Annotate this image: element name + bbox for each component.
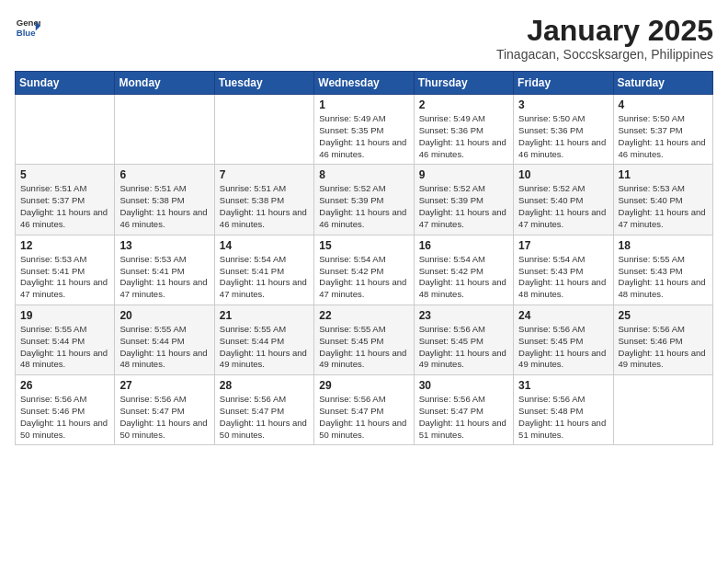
weekday-header-monday: Monday [115, 72, 214, 95]
day-number: 9 [419, 168, 508, 181]
calendar-cell: 12Sunrise: 5:53 AM Sunset: 5:41 PM Dayli… [16, 235, 115, 304]
weekday-header-saturday: Saturday [613, 72, 712, 95]
calendar-week-4: 19Sunrise: 5:55 AM Sunset: 5:44 PM Dayli… [16, 304, 713, 374]
day-info: Sunrise: 5:49 AM Sunset: 5:36 PM Dayligh… [419, 113, 508, 160]
day-info: Sunrise: 5:53 AM Sunset: 5:41 PM Dayligh… [20, 254, 109, 301]
day-number: 24 [518, 309, 608, 322]
day-number: 28 [220, 379, 309, 392]
calendar-cell: 16Sunrise: 5:54 AM Sunset: 5:42 PM Dayli… [414, 235, 513, 304]
calendar-cell: 28Sunrise: 5:56 AM Sunset: 5:47 PM Dayli… [214, 375, 313, 445]
calendar-cell: 24Sunrise: 5:56 AM Sunset: 5:45 PM Dayli… [514, 304, 613, 374]
day-info: Sunrise: 5:52 AM Sunset: 5:39 PM Dayligh… [319, 183, 408, 230]
day-info: Sunrise: 5:55 AM Sunset: 5:44 PM Dayligh… [119, 324, 209, 371]
calendar-cell: 25Sunrise: 5:56 AM Sunset: 5:46 PM Dayli… [613, 304, 712, 374]
calendar-cell: 17Sunrise: 5:54 AM Sunset: 5:43 PM Dayli… [514, 235, 613, 304]
calendar-cell: 7Sunrise: 5:51 AM Sunset: 5:38 PM Daylig… [214, 165, 313, 235]
calendar-cell: 13Sunrise: 5:53 AM Sunset: 5:41 PM Dayli… [115, 235, 214, 304]
title-block: January 2025 Tinagacan, Soccsksargen, Ph… [496, 15, 713, 62]
calendar-cell: 23Sunrise: 5:56 AM Sunset: 5:45 PM Dayli… [414, 304, 513, 374]
day-info: Sunrise: 5:52 AM Sunset: 5:39 PM Dayligh… [419, 183, 508, 230]
day-number: 1 [319, 98, 408, 111]
calendar-cell: 9Sunrise: 5:52 AM Sunset: 5:39 PM Daylig… [414, 165, 513, 235]
calendar-cell: 27Sunrise: 5:56 AM Sunset: 5:47 PM Dayli… [115, 375, 214, 445]
day-info: Sunrise: 5:51 AM Sunset: 5:38 PM Dayligh… [119, 183, 209, 230]
day-info: Sunrise: 5:56 AM Sunset: 5:47 PM Dayligh… [319, 394, 408, 441]
day-info: Sunrise: 5:49 AM Sunset: 5:35 PM Dayligh… [319, 113, 408, 160]
calendar-cell [214, 95, 313, 165]
day-number: 16 [419, 239, 508, 252]
calendar-cell: 21Sunrise: 5:55 AM Sunset: 5:44 PM Dayli… [214, 304, 313, 374]
weekday-header-friday: Friday [514, 72, 613, 95]
day-info: Sunrise: 5:54 AM Sunset: 5:42 PM Dayligh… [419, 254, 508, 301]
calendar-cell: 18Sunrise: 5:55 AM Sunset: 5:43 PM Dayli… [613, 235, 712, 304]
day-number: 10 [518, 168, 608, 181]
day-info: Sunrise: 5:56 AM Sunset: 5:47 PM Dayligh… [220, 394, 309, 441]
day-info: Sunrise: 5:55 AM Sunset: 5:44 PM Dayligh… [220, 324, 309, 371]
day-info: Sunrise: 5:56 AM Sunset: 5:47 PM Dayligh… [419, 394, 508, 441]
calendar-cell: 6Sunrise: 5:51 AM Sunset: 5:38 PM Daylig… [115, 165, 214, 235]
weekday-header-row: SundayMondayTuesdayWednesdayThursdayFrid… [16, 72, 713, 95]
location-title: Tinagacan, Soccsksargen, Philippines [496, 47, 713, 62]
day-info: Sunrise: 5:54 AM Sunset: 5:43 PM Dayligh… [518, 254, 608, 301]
day-info: Sunrise: 5:55 AM Sunset: 5:44 PM Dayligh… [20, 324, 109, 371]
calendar-cell: 10Sunrise: 5:52 AM Sunset: 5:40 PM Dayli… [514, 165, 613, 235]
calendar-cell: 15Sunrise: 5:54 AM Sunset: 5:42 PM Dayli… [314, 235, 414, 304]
weekday-header-tuesday: Tuesday [214, 72, 313, 95]
logo: General Blue [15, 15, 40, 40]
day-number: 20 [119, 309, 209, 322]
calendar-cell: 19Sunrise: 5:55 AM Sunset: 5:44 PM Dayli… [16, 304, 115, 374]
day-info: Sunrise: 5:56 AM Sunset: 5:48 PM Dayligh… [518, 394, 608, 441]
day-number: 21 [220, 309, 309, 322]
day-info: Sunrise: 5:56 AM Sunset: 5:47 PM Dayligh… [119, 394, 209, 441]
day-number: 3 [518, 98, 608, 111]
day-number: 29 [319, 379, 408, 392]
day-info: Sunrise: 5:56 AM Sunset: 5:46 PM Dayligh… [619, 324, 708, 371]
day-number: 13 [119, 239, 209, 252]
svg-text:Blue: Blue [17, 28, 36, 38]
day-number: 6 [119, 168, 209, 181]
day-info: Sunrise: 5:55 AM Sunset: 5:43 PM Dayligh… [619, 254, 708, 301]
day-number: 4 [619, 98, 708, 111]
day-info: Sunrise: 5:50 AM Sunset: 5:36 PM Dayligh… [518, 113, 608, 160]
day-info: Sunrise: 5:50 AM Sunset: 5:37 PM Dayligh… [619, 113, 708, 160]
day-info: Sunrise: 5:56 AM Sunset: 5:45 PM Dayligh… [419, 324, 508, 371]
day-number: 11 [619, 168, 708, 181]
day-number: 23 [419, 309, 508, 322]
calendar-cell: 2Sunrise: 5:49 AM Sunset: 5:36 PM Daylig… [414, 95, 513, 165]
day-number: 12 [20, 239, 109, 252]
page-header: General Blue January 2025 Tinagacan, Soc… [15, 15, 713, 62]
day-info: Sunrise: 5:51 AM Sunset: 5:38 PM Dayligh… [220, 183, 309, 230]
calendar-cell: 5Sunrise: 5:51 AM Sunset: 5:37 PM Daylig… [16, 165, 115, 235]
calendar-cell: 22Sunrise: 5:55 AM Sunset: 5:45 PM Dayli… [314, 304, 414, 374]
calendar-table: SundayMondayTuesdayWednesdayThursdayFrid… [15, 71, 713, 445]
day-number: 15 [319, 239, 408, 252]
day-number: 5 [20, 168, 109, 181]
calendar-cell: 4Sunrise: 5:50 AM Sunset: 5:37 PM Daylig… [613, 95, 712, 165]
calendar-cell: 26Sunrise: 5:56 AM Sunset: 5:46 PM Dayli… [16, 375, 115, 445]
calendar-cell: 29Sunrise: 5:56 AM Sunset: 5:47 PM Dayli… [314, 375, 414, 445]
day-number: 19 [20, 309, 109, 322]
calendar-cell [16, 95, 115, 165]
weekday-header-sunday: Sunday [16, 72, 115, 95]
day-info: Sunrise: 5:55 AM Sunset: 5:45 PM Dayligh… [319, 324, 408, 371]
day-info: Sunrise: 5:52 AM Sunset: 5:40 PM Dayligh… [518, 183, 608, 230]
calendar-week-5: 26Sunrise: 5:56 AM Sunset: 5:46 PM Dayli… [16, 375, 713, 445]
calendar-week-3: 12Sunrise: 5:53 AM Sunset: 5:41 PM Dayli… [16, 235, 713, 304]
day-number: 8 [319, 168, 408, 181]
calendar-cell [613, 375, 712, 445]
calendar-cell: 30Sunrise: 5:56 AM Sunset: 5:47 PM Dayli… [414, 375, 513, 445]
day-number: 26 [20, 379, 109, 392]
day-number: 14 [220, 239, 309, 252]
day-info: Sunrise: 5:54 AM Sunset: 5:41 PM Dayligh… [220, 254, 309, 301]
day-info: Sunrise: 5:53 AM Sunset: 5:41 PM Dayligh… [119, 254, 209, 301]
weekday-header-thursday: Thursday [414, 72, 513, 95]
day-number: 27 [119, 379, 209, 392]
calendar-week-2: 5Sunrise: 5:51 AM Sunset: 5:37 PM Daylig… [16, 165, 713, 235]
day-number: 17 [518, 239, 608, 252]
month-title: January 2025 [496, 15, 713, 47]
calendar-cell: 20Sunrise: 5:55 AM Sunset: 5:44 PM Dayli… [115, 304, 214, 374]
day-number: 7 [220, 168, 309, 181]
calendar-cell: 11Sunrise: 5:53 AM Sunset: 5:40 PM Dayli… [613, 165, 712, 235]
day-number: 25 [619, 309, 708, 322]
day-number: 2 [419, 98, 508, 111]
